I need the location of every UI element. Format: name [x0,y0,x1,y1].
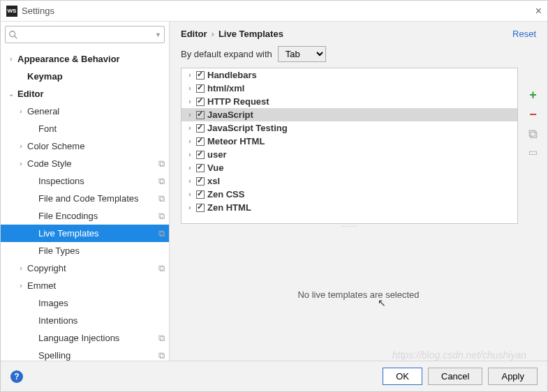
expand-icon[interactable]: › [186,124,194,132]
remove-icon[interactable]: − [529,108,537,121]
group-label: JavaScript [207,110,253,120]
template-group-meteor-html[interactable]: ›Meteor HTML [182,135,517,148]
template-group-javascript[interactable]: ›JavaScript [182,108,517,121]
ok-button[interactable]: OK [383,368,422,385]
expand-with-select[interactable]: Tab [278,46,326,62]
sidebar-item-file-encodings[interactable]: File Encodings⧉ [1,207,169,225]
group-label: Handlebars [207,70,257,80]
template-group-user[interactable]: ›user [182,148,517,161]
copy-icon[interactable]: ⧉ [528,128,538,140]
expand-icon[interactable]: › [186,204,194,211]
sidebar-item-editor[interactable]: ⌄Editor [1,85,169,103]
reset-link[interactable]: Reset [512,29,536,39]
window-title: Settings [22,6,54,16]
group-label: Meteor HTML [207,136,265,146]
sidebar-item-file-and-code-templates[interactable]: File and Code Templates⧉ [1,190,169,207]
group-checkbox[interactable] [196,151,205,159]
footer: ? OK Cancel Apply [1,361,547,391]
template-group-http-request[interactable]: ›HTTP Request [182,95,517,108]
help-icon[interactable]: ? [10,370,23,383]
sidebar-item-intentions[interactable]: Intentions [1,312,169,329]
group-checkbox[interactable] [196,111,205,119]
search-input[interactable] [18,28,155,41]
app-icon: WS [6,6,17,17]
add-icon[interactable]: + [529,89,537,101]
expand-icon[interactable]: › [186,84,194,92]
sidebar-item-label: File and Code Templates [38,193,139,204]
sidebar-item-label: Color Scheme [27,141,84,151]
group-checkbox[interactable] [196,124,205,133]
breadcrumb-leaf: Live Templates [219,29,283,39]
sidebar-item-copyright[interactable]: ›Copyright⧉ [1,259,169,277]
template-groups-list[interactable]: ›Handlebars›html/xml›HTTP Request›JavaSc… [181,68,518,224]
settings-tree: ›Appearance & BehaviorKeymap⌄Editor›Gene… [1,47,169,361]
duplicate-icon[interactable]: ▭ [528,147,538,157]
sidebar-item-images[interactable]: Images [1,294,169,312]
main: ▼ ›Appearance & BehaviorKeymap⌄Editor›Ge… [1,22,547,361]
template-group-zen-css[interactable]: ›Zen CSS [182,188,517,201]
sidebar-item-label: Images [38,298,68,308]
expand-icon: › [17,142,24,150]
cursor-icon: ↖ [378,297,386,308]
sidebar-item-emmet[interactable]: ›Emmet [1,277,169,294]
group-checkbox[interactable] [196,98,205,106]
expand-icon[interactable]: › [186,111,194,119]
sidebar-item-keymap[interactable]: Keymap [1,68,169,85]
expand-icon[interactable]: › [186,190,194,198]
sidebar-item-color-scheme[interactable]: ›Color Scheme [1,137,169,155]
scope-icon: ⧉ [158,350,165,361]
template-group-xsl[interactable]: ›xsl [182,174,517,188]
group-checkbox[interactable] [196,204,205,212]
expand-icon[interactable]: › [186,164,194,172]
sidebar-item-language-injections[interactable]: Language Injections⧉ [1,329,169,347]
cancel-button[interactable]: Cancel [428,368,482,385]
search-dropdown-icon[interactable]: ▼ [155,31,161,38]
group-checkbox[interactable] [196,177,205,186]
expand-icon[interactable]: › [186,177,194,185]
scope-icon: ⧉ [158,211,165,222]
sidebar-item-label: Intentions [38,315,77,326]
svg-point-0 [10,31,15,36]
template-group-javascript-testing[interactable]: ›JavaScript Testing [182,121,517,135]
apply-button[interactable]: Apply [488,368,538,385]
template-group-handlebars[interactable]: ›Handlebars [182,68,517,82]
scope-icon: ⧉ [158,158,165,169]
scope-icon: ⧉ [158,193,165,204]
sidebar-item-label: Live Templates [38,228,98,239]
sidebar-item-label: Copyright [27,263,66,273]
group-label: html/xml [207,83,244,93]
template-group-html-xml[interactable]: ›html/xml [182,82,517,95]
expand-icon: › [17,107,24,115]
scope-icon: ⧉ [158,228,165,239]
sidebar-item-inspections[interactable]: Inspections⧉ [1,172,169,190]
sidebar-item-code-style[interactable]: ›Code Style⧉ [1,155,169,172]
sidebar-item-font[interactable]: Font [1,120,169,137]
group-checkbox[interactable] [196,71,205,80]
group-checkbox[interactable] [196,190,205,199]
expand-icon[interactable]: › [186,151,194,158]
sidebar-item-appearance-behavior[interactable]: ›Appearance & Behavior [1,50,169,68]
expand-icon: › [17,264,24,272]
template-group-zen-html[interactable]: ›Zen HTML [182,201,517,214]
close-icon[interactable]: × [535,5,542,17]
sidebar-item-general[interactable]: ›General [1,103,169,120]
expand-icon[interactable]: › [186,98,194,105]
sidebar-item-label: Code Style [27,158,72,169]
scope-icon: ⧉ [158,333,165,344]
sidebar-item-file-types[interactable]: File Types [1,242,169,259]
group-label: Vue [207,163,223,173]
expand-icon[interactable]: › [186,71,194,79]
group-checkbox[interactable] [196,84,205,93]
expand-icon[interactable]: › [186,137,194,145]
sidebar-item-label: File Types [38,246,80,256]
template-detail-panel: No live templates are selected ↖ https:/… [170,228,547,361]
group-checkbox[interactable] [196,164,205,172]
sidebar-item-spelling[interactable]: Spelling⧉ [1,347,169,361]
group-checkbox[interactable] [196,137,205,146]
template-group-vue[interactable]: ›Vue [182,161,517,174]
sidebar-item-live-templates[interactable]: Live Templates⧉ [1,225,169,242]
empty-message: No live templates are selected [297,289,419,300]
expand-option-row: By default expand with Tab [170,46,547,68]
sidebar-item-label: Spelling [38,350,71,361]
search-box[interactable]: ▼ [5,26,165,43]
